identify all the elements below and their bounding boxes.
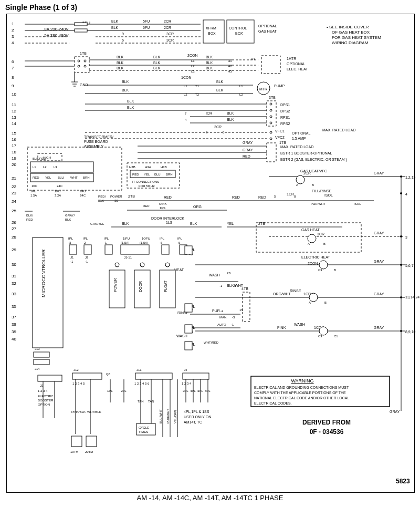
svg-text:18: 18 [12, 150, 16, 154]
svg-text:-1: -1 [85, 260, 88, 263]
svg-text:B: B [324, 301, 327, 304]
svg-point-428 [400, 330, 402, 332]
svg-text:BLK: BLK [206, 55, 213, 59]
wiring-diagram: 1234 67 8910 11121314 15161718 1920 2122… [0, 0, 420, 507]
svg-text:8,9,10: 8,9,10 [405, 330, 416, 334]
svg-text:BLK: BLK [153, 55, 161, 59]
svg-text:22: 22 [12, 184, 16, 189]
see-note: • SEE INSIDE COVER OF GAS HEAT BOX FOR G… [327, 25, 381, 45]
svg-text:ORG/WHT: ORG/WHT [273, 292, 291, 296]
svg-text:1TB: 1TB [279, 141, 286, 144]
svg-text:BLK: BLK [117, 61, 124, 65]
svg-text:BLK: BLK [117, 55, 124, 59]
svg-text:4: 4 [12, 40, 14, 45]
svg-text:20TM: 20TM [85, 450, 93, 453]
svg-text:28: 28 [12, 235, 16, 240]
svg-rect-353 [185, 342, 192, 350]
svg-text:RED: RED [243, 154, 250, 158]
svg-text:GAS HEAT: GAS HEAT [301, 228, 320, 232]
svg-rect-365 [135, 373, 172, 379]
svg-point-427 [400, 296, 402, 298]
svg-text:24C: 24C [57, 184, 63, 188]
svg-text:6: 6 [12, 59, 14, 64]
j-connectors: IPL-3 IPL-2 J1-1 J2-1 IPL-1 J1-11 1IFU(1… [68, 237, 187, 263]
svg-text:3PL: 3PL [197, 389, 203, 392]
svg-text:BLK: BLK [122, 80, 129, 84]
svg-text:OF GAS HEAT BOX: OF GAS HEAT BOX [332, 30, 370, 35]
svg-text:L1: L1 [239, 85, 243, 88]
svg-text:C3: C3 [318, 335, 322, 338]
svg-text:4PL: 4PL [190, 389, 196, 392]
svg-text:ELECTRIC: ELECTRIC [38, 395, 54, 398]
svg-text:VFC1: VFC1 [275, 129, 285, 133]
svg-text:GRN/YEL: GRN/YEL [90, 222, 104, 225]
svg-text:COMPLY WITH THE APPLICABLE POR: COMPLY WITH THE APPLICABLE PORTIONS OF T… [254, 391, 346, 395]
svg-text:16: 16 [12, 137, 16, 142]
svg-text:5: 5 [223, 131, 225, 134]
svg-text:CONTROL: CONTROL [229, 26, 247, 30]
svg-text:FOR 50 HZ: FOR 50 HZ [139, 184, 155, 188]
svg-text:BSTR 1 BOOSTER-OPTIONAL: BSTR 1 BOOSTER-OPTIONAL [280, 151, 332, 155]
svg-text:WIRING DIAGRAM: WIRING DIAGRAM [332, 40, 369, 45]
svg-text:RED: RED [143, 204, 150, 208]
svg-text:DERIVED FROM: DERIVED FROM [302, 419, 351, 426]
svg-text:3.2A: 3.2A [55, 194, 61, 197]
svg-text:26: 26 [12, 220, 16, 225]
svg-text:19: 19 [12, 156, 16, 161]
svg-text:RED: RED [33, 176, 39, 179]
svg-text:4PL,1PL & 1SS: 4PL,1PL & 1SS [184, 410, 209, 413]
svg-text:1 2 3 4: 1 2 3 4 [182, 382, 192, 385]
svg-text:BLK: BLK [65, 218, 71, 221]
svg-rect-159 [267, 143, 276, 162]
svg-rect-50 [75, 23, 87, 26]
svg-text:OPTIONAL: OPTIONAL [292, 131, 311, 135]
svg-text:L2: L2 [184, 93, 187, 96]
svg-point-424 [400, 192, 402, 194]
svg-point-249 [308, 234, 316, 243]
svg-text:10: 10 [12, 92, 16, 97]
svg-text:2CR: 2CR [303, 171, 311, 175]
svg-text:1S: 1S [239, 308, 243, 312]
svg-point-141 [270, 116, 272, 118]
svg-text:5PL: 5PL [205, 389, 211, 392]
svg-text:IPL: IPL [83, 237, 88, 240]
svg-text:GRAY: GRAY [390, 410, 400, 413]
svg-text:ELECTRICAL CODES.: ELECTRICAL CODES. [254, 401, 292, 405]
svg-text:C1: C1 [334, 335, 338, 338]
svg-text:GRAY: GRAY [374, 231, 384, 235]
svg-text:1: 1 [12, 22, 14, 26]
svg-text:.5A 380-480V: .5A 380-480V [43, 33, 69, 38]
svg-text:RED/: RED/ [98, 195, 106, 198]
svg-text:BLK: BLK [98, 199, 104, 202]
svg-point-72 [78, 60, 80, 62]
svg-text:T2: T2 [195, 93, 200, 96]
svg-rect-71 [75, 57, 89, 73]
svg-text:ELECTRIC HEAT: ELECTRIC HEAT [301, 255, 330, 259]
svg-rect-268 [84, 245, 91, 254]
svg-text:BLK: BLK [153, 66, 161, 70]
svg-rect-265 [69, 245, 77, 254]
svg-text:(1.5A): (1.5A) [121, 241, 129, 244]
svg-text:MICROCONTROLLER: MICROCONTROLLER [41, 249, 46, 297]
svg-text:VFC2: VFC2 [275, 136, 285, 139]
svg-text:L1: L1 [184, 85, 187, 88]
svg-text:2TB: 2TB [128, 194, 135, 198]
svg-text:3: 3 [12, 34, 14, 39]
svg-text:4TB: 4TB [242, 287, 248, 291]
svg-text:B: B [312, 183, 314, 187]
svg-text:H2: H2 [228, 65, 232, 68]
svg-text:ASSEMBLY: ASSEMBLY [84, 144, 104, 148]
svg-text:37: 37 [12, 315, 16, 319]
svg-text:J13: J13 [35, 347, 40, 350]
svg-text:3: 3 [405, 235, 407, 239]
svg-text:5FU: 5FU [143, 19, 150, 23]
svg-text:35: 35 [12, 304, 16, 309]
svg-text:YEL: YEL [144, 173, 150, 176]
svg-text:7: 7 [12, 66, 14, 70]
row-numbers-left: 1234 67 8910 11121314 15161718 1920 2122… [12, 22, 16, 342]
svg-text:10C: 10C [32, 184, 38, 188]
svg-text:1HTR: 1HTR [287, 57, 296, 60]
svg-text:IPL: IPL [160, 237, 165, 240]
svg-text:7: 7 [185, 112, 187, 115]
svg-text:BSTR 2 (GAS, ELECTRIC, OR STEA: BSTR 2 (GAS, ELECTRIC, OR STEAM ) [280, 158, 347, 162]
